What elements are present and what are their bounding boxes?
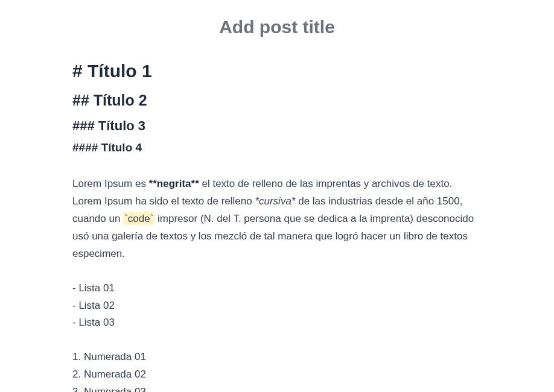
- list-item: - Lista 01: [72, 280, 482, 297]
- bold-markdown: **negrita**: [149, 178, 199, 189]
- post-content-editor[interactable]: # Título 1 ## Título 2 ### Título 3 ####…: [72, 55, 482, 392]
- paragraph-text: Lorem Ipsum es **negrita** el texto de r…: [72, 175, 482, 262]
- heading-1: # Título 1: [72, 55, 482, 86]
- post-editor-container: # Título 1 ## Título 2 ### Título 3 ####…: [0, 0, 554, 392]
- list-item: 1. Numerada 01: [72, 349, 482, 366]
- list-item: - Lista 02: [72, 297, 482, 315]
- ordered-list: 1. Numerada 01 2. Numerada 02 3. Numerad…: [72, 349, 482, 392]
- italic-markdown: *cursiva*: [255, 195, 295, 207]
- heading-4: #### Título 4: [72, 138, 482, 157]
- unordered-list: - Lista 01 - Lista 02 - Lista 03: [72, 280, 482, 332]
- post-title-input[interactable]: [72, 12, 482, 55]
- list-item: - Lista 03: [72, 314, 482, 332]
- heading-2: ## Título 2: [72, 87, 482, 113]
- code-markdown: `code`: [123, 212, 154, 225]
- para-text-1: Lorem Ipsum es: [72, 178, 149, 189]
- list-item: 3. Numerada 03: [72, 384, 482, 392]
- heading-3: ### Título 3: [72, 115, 482, 137]
- list-item: 2. Numerada 02: [72, 366, 482, 384]
